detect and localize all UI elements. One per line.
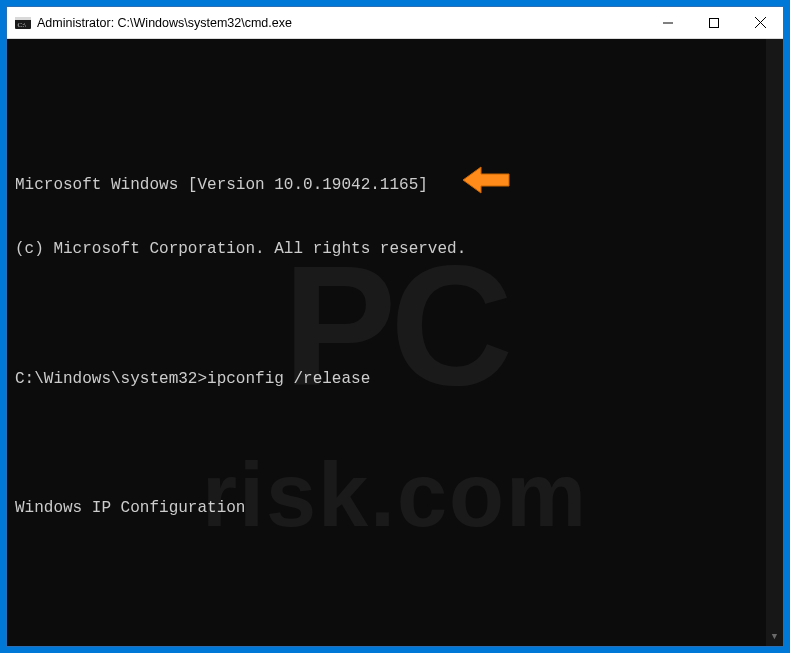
scroll-down-button[interactable]: ▼ [766,629,783,646]
close-button[interactable] [737,7,783,39]
prompt-path-1: C:\Windows\system32> [15,370,207,388]
prompt-line-1: C:\Windows\system32>ipconfig /release [15,369,775,391]
line-copyright: (c) Microsoft Corporation. All rights re… [15,239,775,261]
cmd-window: C:\ Administrator: C:\Windows\system32\c… [6,6,784,647]
outer-frame: C:\ Administrator: C:\Windows\system32\c… [0,0,790,653]
scroll-track[interactable] [766,56,783,629]
titlebar[interactable]: C:\ Administrator: C:\Windows\system32\c… [7,7,783,39]
blank-line [15,563,775,585]
window-title: Administrator: C:\Windows\system32\cmd.e… [37,16,292,30]
svg-rect-4 [710,18,719,27]
svg-text:C:\: C:\ [18,21,27,29]
watermark: PC risk.com [7,39,783,646]
maximize-button[interactable] [691,7,737,39]
blank-line [15,304,775,326]
cmd-icon: C:\ [15,15,31,31]
heading-ipconfig: Windows IP Configuration [15,498,775,520]
typed-command: ipconfig /release [207,370,370,388]
blank-line [15,628,775,646]
svg-rect-1 [15,17,31,20]
terminal-output[interactable]: PC risk.com Microsoft Windows [Version 1… [7,39,783,646]
minimize-button[interactable] [645,7,691,39]
blank-line [15,434,775,456]
vertical-scrollbar[interactable]: ▲ ▼ [766,39,783,646]
line-version: Microsoft Windows [Version 10.0.19042.11… [15,175,775,197]
